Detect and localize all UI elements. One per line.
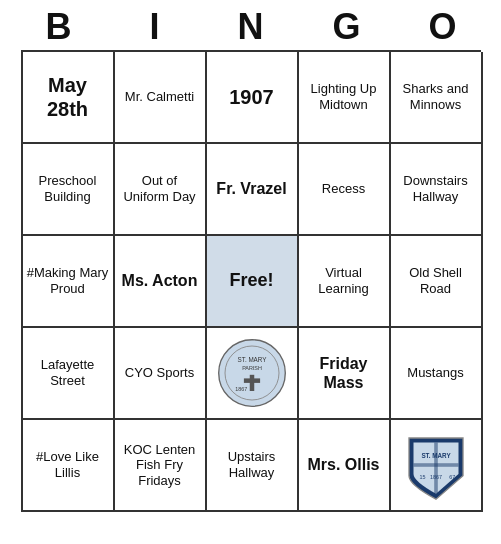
bingo-cell-14: Old Shell Road [391, 236, 483, 328]
bingo-cell-23: Mrs. Ollis [299, 420, 391, 512]
svg-text:15: 15 [419, 474, 425, 480]
bingo-cell-13: Virtual Learning [299, 236, 391, 328]
bingo-cell-11: Ms. Acton [115, 236, 207, 328]
header-i: I [111, 6, 199, 48]
svg-text:1867: 1867 [235, 386, 247, 392]
svg-point-0 [218, 340, 285, 407]
bingo-cell-6: Out of Uniform Day [115, 144, 207, 236]
svg-text:ST. MARY: ST. MARY [421, 452, 451, 459]
svg-rect-7 [434, 443, 438, 494]
bingo-cell-12: Free! [207, 236, 299, 328]
bingo-cell-18: Friday Mass [299, 328, 391, 420]
svg-text:ST. MARY: ST. MARY [237, 356, 267, 363]
bingo-cell-10: #Making Mary Proud [23, 236, 115, 328]
header-g: G [303, 6, 391, 48]
bingo-cell-15: Lafayette Street [23, 328, 115, 420]
bingo-cell-19: Mustangs [391, 328, 483, 420]
header-o: O [399, 6, 487, 48]
svg-rect-8 [413, 463, 458, 467]
bingo-cell-24: ST. MARY 1867 15 67 [391, 420, 483, 512]
bingo-cell-22: Upstairs Hallway [207, 420, 299, 512]
bingo-cell-8: Recess [299, 144, 391, 236]
bingo-cell-4: Sharks and Minnows [391, 52, 483, 144]
svg-rect-5 [243, 378, 259, 383]
svg-text:67: 67 [449, 474, 455, 480]
bingo-cell-3: Lighting Up Midtown [299, 52, 391, 144]
bingo-cell-9: Downstairs Hallway [391, 144, 483, 236]
bingo-cell-20: #Love Like Lillis [23, 420, 115, 512]
svg-text:PARISH: PARISH [242, 365, 262, 371]
bingo-cell-5: Preschool Building [23, 144, 115, 236]
bingo-cell-7: Fr. Vrazel [207, 144, 299, 236]
bingo-cell-1: Mr. Calmetti [115, 52, 207, 144]
svg-text:1867: 1867 [430, 474, 442, 480]
header-b: B [15, 6, 103, 48]
bingo-grid: May 28thMr. Calmetti1907Lighting Up Midt… [21, 50, 481, 512]
bingo-cell-2: 1907 [207, 52, 299, 144]
bingo-cell-16: CYO Sports [115, 328, 207, 420]
bingo-cell-17: ST. MARY PARISH 1867 [207, 328, 299, 420]
bingo-cell-21: KOC Lenten Fish Fry Fridays [115, 420, 207, 512]
bingo-header: B I N G O [11, 0, 491, 50]
header-n: N [207, 6, 295, 48]
bingo-cell-0: May 28th [23, 52, 115, 144]
